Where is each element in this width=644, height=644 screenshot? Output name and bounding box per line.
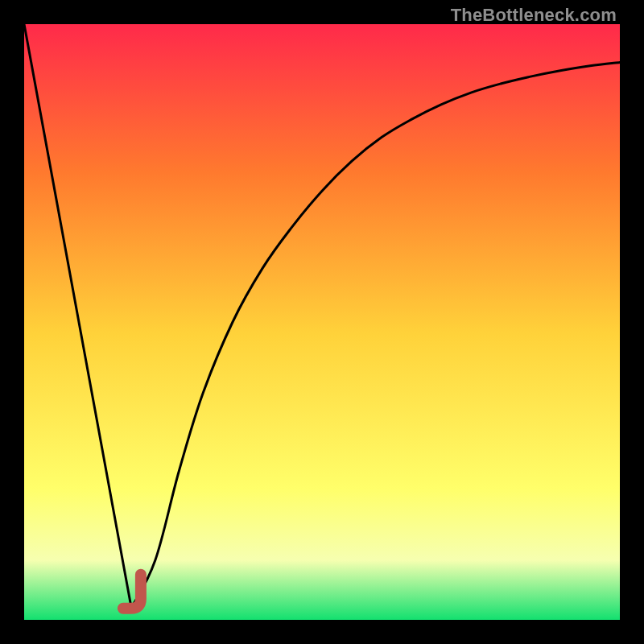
curve-left (24, 24, 131, 608)
chart-svg (24, 24, 620, 620)
chart-frame: TheBottleneck.com (0, 0, 644, 644)
watermark-text: TheBottleneck.com (451, 5, 617, 26)
curve-right (131, 62, 620, 608)
